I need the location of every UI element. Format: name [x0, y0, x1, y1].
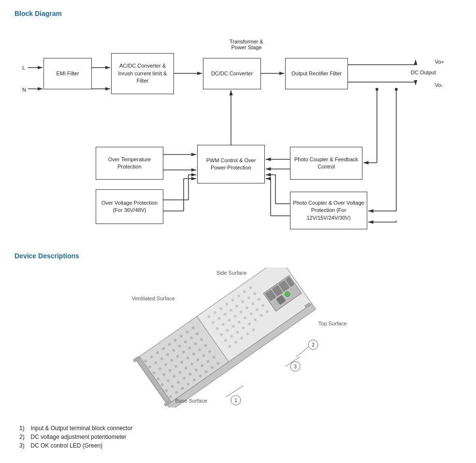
- photo-coupler-feedback-block: Photo Coupler & Feedback Control: [290, 147, 362, 180]
- block-diagram-section: Block Diagram Transformer &Power Stage L…: [14, 10, 462, 238]
- svg-point-36: [395, 88, 398, 91]
- side-surface-label: Side Surface: [216, 270, 247, 276]
- device-image-area: 1 2 3 Side Surface Ventilated Surface To…: [127, 267, 349, 417]
- pwm-control-block: PWM Control & Over Power Protection: [197, 145, 265, 183]
- base-surface-label: Base Surface: [175, 398, 207, 404]
- output-rectifier-block: Output Rectifier Filter: [285, 58, 348, 89]
- block-diagram-container: Transformer &Power Stage L N EMI Filter …: [14, 25, 469, 238]
- device-list-item-3: DC OK control LED (Green): [19, 442, 462, 449]
- photo-coupler-overvoltage-block: Photo Coupler & Over Voltage Protection …: [290, 192, 367, 229]
- acdc-converter-block: AC/DC Converter & Inrush current limit &…: [111, 53, 174, 94]
- emi-filter-block: EMI Filter: [43, 58, 92, 89]
- svg-line-164: [296, 347, 308, 357]
- svg-text:3: 3: [294, 364, 297, 369]
- device-descriptions-section: Device Descriptions: [14, 252, 462, 449]
- transformer-label: Transformer &Power Stage: [217, 39, 275, 50]
- device-descriptions-title: Device Descriptions: [14, 252, 462, 260]
- n-label: N: [22, 87, 26, 93]
- ventilated-surface-label: Ventilated Surface: [132, 295, 175, 301]
- svg-point-37: [375, 88, 378, 91]
- svg-text:1: 1: [234, 398, 237, 403]
- device-list: Input & Output terminal block connector …: [14, 425, 462, 449]
- dc-output-label: DC Output: [411, 70, 436, 75]
- device-list-item-2: DC voltage adjustment potentiometer: [19, 434, 462, 440]
- block-diagram-title: Block Diagram: [14, 10, 462, 17]
- vo-minus-label: Vo-: [435, 82, 443, 88]
- device-list-item-1: Input & Output terminal block connector: [19, 425, 462, 432]
- psu-illustration: 1 2 3: [132, 267, 345, 407]
- svg-line-161: [226, 386, 243, 397]
- over-temp-block: Over Temperature Protection: [96, 147, 163, 180]
- svg-text:2: 2: [312, 342, 315, 348]
- vo-plus-label: Vo+: [435, 59, 444, 65]
- top-surface-label: Top Surface: [318, 321, 347, 326]
- over-voltage-block: Over Voltage Protection (For 36V/48V): [96, 189, 163, 224]
- dcdc-converter-block: DC/DC Converter: [203, 58, 261, 89]
- diagram-arrows: [14, 25, 469, 238]
- l-label: L: [22, 65, 25, 70]
